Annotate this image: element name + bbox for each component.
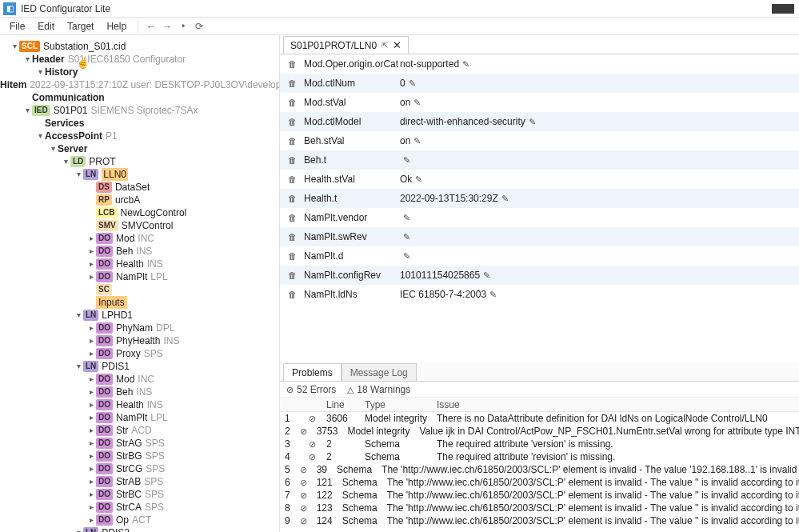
edit-icon[interactable]: ✎: [462, 59, 469, 70]
edit-icon[interactable]: ✎: [409, 78, 416, 89]
delete-icon[interactable]: 🗑: [288, 290, 304, 299]
expand-icon[interactable]: ▾: [22, 53, 32, 66]
expand-icon[interactable]: ▸: [86, 245, 96, 258]
tree-node[interactable]: ▾IEDS01P01SIEMENS Siprotec-7SAx: [0, 104, 279, 117]
tree-node[interactable]: ▸DOProxySPS: [0, 347, 279, 360]
tree-node[interactable]: RPurcbA: [0, 194, 279, 206]
property-row[interactable]: 🗑Mod.ctlModeldirect-with-enhanced-securi…: [280, 112, 799, 131]
edit-icon[interactable]: ✎: [415, 174, 422, 185]
tree-node[interactable]: ▸DOStrACD: [0, 424, 279, 437]
expand-icon[interactable]: ▸: [86, 424, 96, 437]
menu-edit[interactable]: Edit: [31, 19, 61, 34]
tree-node[interactable]: SC: [0, 283, 279, 296]
delete-icon[interactable]: 🗑: [288, 232, 304, 242]
problem-row[interactable]: 9⊘124SchemaThe 'http://www.iec.ch/61850/…: [280, 514, 799, 527]
property-value[interactable]: ✎: [400, 155, 799, 166]
expand-icon[interactable]: ▸: [86, 398, 96, 411]
tree-node[interactable]: ▸DOStrBCSPS: [0, 488, 279, 501]
col-type[interactable]: Type: [360, 398, 432, 411]
expand-icon[interactable]: ▸: [86, 322, 96, 334]
tree-node[interactable]: ▾HeaderS01 IEC61850 Configurator: [0, 53, 279, 66]
property-value[interactable]: 0✎: [400, 78, 799, 89]
expand-icon[interactable]: ▾: [48, 142, 58, 155]
tree-node[interactable]: SMVSMVControl: [0, 219, 279, 232]
tree-node[interactable]: ▾LDPROT: [0, 155, 279, 168]
expand-icon[interactable]: ▸: [86, 386, 96, 398]
expand-icon[interactable]: ▾: [35, 66, 45, 78]
delete-icon[interactable]: 🗑: [288, 98, 304, 107]
forward-icon[interactable]: →: [159, 21, 175, 32]
window-control[interactable]: [772, 4, 794, 14]
property-value[interactable]: on✎: [400, 135, 799, 146]
expand-icon[interactable]: ▸: [86, 411, 96, 424]
tree-node[interactable]: ▾History: [0, 66, 279, 78]
property-row[interactable]: 🗑NamPlt.d✎: [280, 246, 799, 266]
property-row[interactable]: 🗑NamPlt.vendor✎: [280, 208, 799, 227]
col-line[interactable]: Line: [322, 398, 360, 411]
doc-tab[interactable]: S01P01PROT/LLN0 ⇱ ✕: [283, 36, 409, 54]
tree-node[interactable]: ▾LNPDIS1: [0, 360, 279, 373]
expand-icon[interactable]: ▸: [86, 347, 96, 360]
expand-icon[interactable]: ▸: [86, 462, 96, 475]
property-row[interactable]: 🗑Mod.Oper.origin.orCatnot-supported✎: [280, 54, 799, 74]
property-value[interactable]: ✎: [400, 232, 799, 242]
property-row[interactable]: 🗑NamPlt.ldNsIEC 61850-7-4:2003✎: [280, 285, 799, 304]
property-row[interactable]: 🗑NamPlt.configRev101011154025865✎: [280, 266, 799, 285]
delete-icon[interactable]: 🗑: [288, 59, 304, 69]
expand-icon[interactable]: ▾: [61, 155, 70, 168]
delete-icon[interactable]: 🗑: [288, 194, 304, 203]
tree-node[interactable]: ▸DOModINC: [0, 373, 279, 386]
tab-message-log[interactable]: Message Log: [342, 363, 417, 381]
edit-icon[interactable]: ✎: [483, 270, 490, 281]
property-row[interactable]: 🗑Health.t2022-09-13T15:30:29Z✎: [280, 189, 799, 208]
refresh-icon[interactable]: ⟳: [191, 21, 207, 32]
expand-icon[interactable]: ▸: [86, 334, 96, 347]
problem-row[interactable]: 2⊘3753Model integrityValue ijk in DAI Co…: [280, 425, 799, 438]
expand-icon[interactable]: ▸: [86, 270, 96, 283]
property-row[interactable]: 🗑NamPlt.swRev✎: [280, 227, 799, 246]
tree-node[interactable]: ▸DOHealthINS: [0, 258, 279, 270]
tree-node[interactable]: Services: [0, 117, 279, 130]
edit-icon[interactable]: ✎: [403, 251, 410, 262]
tree-node[interactable]: ▸DOOpACT: [0, 514, 279, 526]
tab-problems[interactable]: Problems: [283, 363, 342, 381]
problem-row[interactable]: 6⊘121SchemaThe 'http://www.iec.ch/61850/…: [280, 476, 799, 489]
expand-icon[interactable]: ▸: [86, 373, 96, 386]
tree-node[interactable]: Hitem2022-09-13T15:27:10Z user: DESKTOP-…: [0, 78, 279, 91]
edit-icon[interactable]: ✎: [413, 98, 421, 108]
expand-icon[interactable]: ▾: [22, 104, 32, 117]
expand-icon[interactable]: ▾: [74, 168, 83, 181]
tree-node[interactable]: ▸DOBehINS: [0, 386, 279, 398]
delete-icon[interactable]: 🗑: [288, 270, 304, 280]
problem-row[interactable]: 1⊘3606Model integrityThere is no DataAtt…: [280, 412, 799, 425]
delete-icon[interactable]: 🗑: [288, 174, 304, 184]
close-icon[interactable]: ✕: [393, 39, 401, 51]
property-value[interactable]: ✎: [400, 251, 799, 262]
delete-icon[interactable]: 🗑: [288, 213, 304, 222]
tree-node[interactable]: ▾Server: [0, 142, 279, 155]
dot-icon[interactable]: •: [175, 21, 191, 32]
tree-node[interactable]: ▸DOStrAGSPS: [0, 437, 279, 450]
tree-node[interactable]: Communication: [0, 91, 279, 104]
delete-icon[interactable]: 🗑: [288, 117, 304, 126]
edit-icon[interactable]: ✎: [403, 232, 410, 242]
tree-panel[interactable]: ☝ ▾SCLSubstation_S01.cid▾HeaderS01 IEC61…: [0, 35, 280, 532]
property-row[interactable]: 🗑Beh.t✎: [280, 150, 799, 170]
tree-node[interactable]: ▾AccessPointP1: [0, 130, 279, 142]
tree-node[interactable]: ▸DOStrABSPS: [0, 475, 279, 488]
tree-node[interactable]: ▾LNPDIS2: [0, 526, 279, 532]
expand-icon[interactable]: ▸: [86, 514, 96, 526]
tree-node[interactable]: ▸DOPhyHealthINS: [0, 334, 279, 347]
expand-icon[interactable]: ▸: [86, 437, 96, 450]
delete-icon[interactable]: 🗑: [288, 155, 304, 165]
tree-node[interactable]: ▾SCLSubstation_S01.cid: [0, 40, 279, 53]
tree-node[interactable]: ▸DOPhyNamDPL: [0, 322, 279, 334]
property-row[interactable]: 🗑Mod.stValon✎: [280, 93, 799, 112]
back-icon[interactable]: ←: [143, 21, 159, 32]
edit-icon[interactable]: ✎: [489, 290, 497, 300]
property-value[interactable]: on✎: [400, 97, 799, 108]
property-value[interactable]: direct-with-enhanced-security✎: [400, 116, 799, 127]
expand-icon[interactable]: ▾: [74, 360, 83, 373]
tree-node[interactable]: ▸DOStrCASPS: [0, 501, 279, 514]
delete-icon[interactable]: 🗑: [288, 251, 304, 261]
